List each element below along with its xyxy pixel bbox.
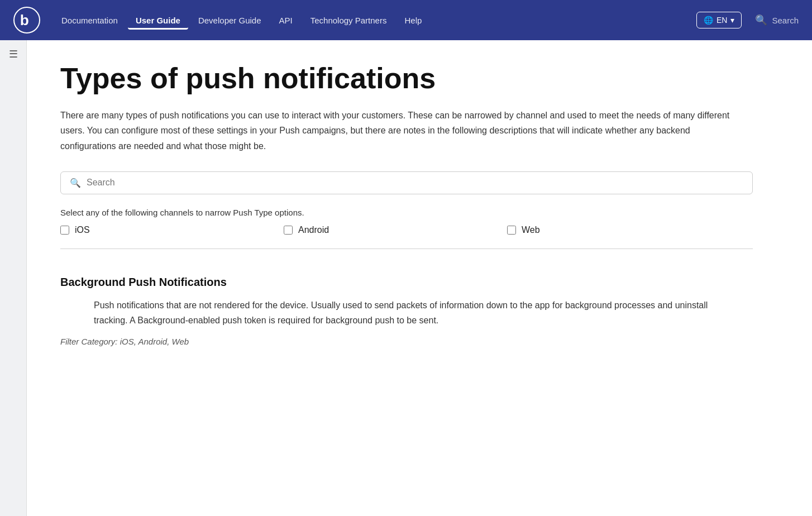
- nav-help[interactable]: Help: [397, 11, 429, 30]
- channel-checkboxes: iOS Android Web: [60, 225, 778, 235]
- page-title: Types of push notifications: [60, 63, 778, 94]
- page-description: There are many types of push notificatio…: [60, 108, 730, 154]
- content-search-icon: 🔍: [70, 178, 81, 188]
- logo[interactable]: b: [13, 7, 40, 34]
- globe-icon: 🌐: [704, 16, 713, 25]
- hamburger-icon: ☰: [9, 49, 18, 516]
- checkbox-android[interactable]: [284, 226, 293, 235]
- svg-text:b: b: [20, 12, 29, 28]
- nav-technology-partners[interactable]: Technology Partners: [303, 11, 395, 30]
- filter-label: Select any of the following channels to …: [60, 208, 778, 217]
- navbar-links: Documentation User Guide Developer Guide…: [54, 11, 687, 30]
- channel-ios[interactable]: iOS: [60, 225, 284, 235]
- channel-ios-label: iOS: [75, 225, 90, 235]
- channel-web-label: Web: [522, 225, 540, 235]
- language-label: EN: [717, 16, 727, 25]
- main-content: Types of push notifications There are ma…: [27, 40, 812, 516]
- channel-web[interactable]: Web: [507, 225, 730, 235]
- nav-developer-guide[interactable]: Developer Guide: [190, 11, 269, 30]
- nav-user-guide[interactable]: User Guide: [128, 11, 188, 30]
- channel-android-label: Android: [298, 225, 329, 235]
- sidebar-toggle[interactable]: ☰: [0, 40, 27, 516]
- content-search-input[interactable]: [87, 178, 743, 188]
- navbar-search-label: Search: [772, 16, 799, 25]
- nav-api[interactable]: API: [271, 11, 300, 30]
- checkbox-ios[interactable]: [60, 226, 69, 235]
- section-background-push-filter: Filter Category: iOS, Android, Web: [60, 337, 778, 346]
- page-layout: ☰ Types of push notifications There are …: [0, 40, 812, 516]
- section-background-push-body: Push notifications that are not rendered…: [60, 298, 708, 328]
- section-divider: [60, 249, 753, 249]
- content-search-wrapper: 🔍: [60, 171, 753, 194]
- navbar-search[interactable]: 🔍 Search: [755, 14, 799, 26]
- checkbox-web[interactable]: [507, 226, 516, 235]
- nav-documentation[interactable]: Documentation: [54, 11, 126, 30]
- channel-android[interactable]: Android: [284, 225, 507, 235]
- chevron-down-icon: ▾: [730, 16, 734, 25]
- navbar: b Documentation User Guide Developer Gui…: [0, 0, 812, 40]
- section-background-push: Background Push Notifications Push notif…: [60, 276, 778, 346]
- section-background-push-heading: Background Push Notifications: [60, 276, 778, 289]
- search-icon: 🔍: [755, 14, 767, 26]
- language-selector[interactable]: 🌐 EN ▾: [696, 12, 742, 28]
